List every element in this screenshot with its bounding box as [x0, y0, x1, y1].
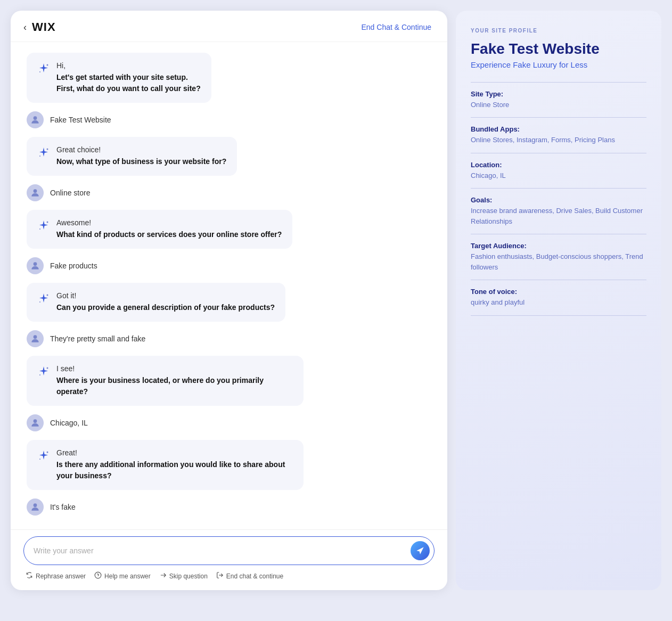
profile-section-label: YOUR SITE PROFILE — [471, 28, 646, 34]
user-text: Chicago, IL — [50, 419, 88, 427]
ai-message-content: Got it! Can you provide a general descri… — [56, 291, 275, 313]
profile-field-divider-1 — [471, 153, 646, 153]
ai-greeting: I see! — [56, 364, 293, 373]
user-avatar — [27, 184, 44, 201]
svg-point-7 — [39, 228, 40, 230]
user-text: Fake products — [50, 262, 97, 270]
end-chat-link[interactable]: End Chat & Continue — [361, 23, 431, 31]
profile-field-value-3: Increase brand awareness, Drive Sales, B… — [471, 206, 646, 226]
user-text: Online store — [50, 189, 90, 197]
ai-text: Let's get started with your site setup.F… — [56, 72, 201, 94]
user-avatar — [27, 111, 44, 128]
svg-point-6 — [47, 222, 48, 223]
rephrase-action-button[interactable]: Rephrase answer — [23, 570, 88, 582]
ai-greeting: Awesome! — [56, 218, 282, 227]
profile-divider — [471, 82, 646, 83]
wix-logo: WIX — [32, 20, 56, 34]
action-label: Rephrase answer — [36, 573, 86, 580]
svg-point-11 — [34, 335, 37, 339]
svg-point-4 — [39, 156, 40, 157]
profile-field-divider-4 — [471, 280, 646, 280]
profile-field-3: Goals: Increase brand awareness, Drive S… — [471, 196, 646, 234]
user-text: It's fake — [50, 503, 76, 511]
ai-message: Great! Is there any additional informati… — [27, 440, 304, 490]
input-wrapper — [23, 536, 435, 565]
profile-tagline: Experience Fake Luxury for Less — [471, 60, 646, 69]
svg-point-13 — [39, 374, 40, 375]
chat-header-left: ‹ WIX — [23, 20, 56, 34]
svg-point-17 — [34, 503, 37, 507]
svg-point-9 — [47, 295, 48, 296]
send-button[interactable] — [411, 541, 430, 560]
ai-sparkle-icon — [37, 365, 50, 378]
profile-field-2: Location: Chicago, IL — [471, 161, 646, 189]
profile-field-label-3: Goals: — [471, 196, 646, 204]
action-label: Skip question — [169, 573, 208, 580]
profile-field-label-5: Tone of voice: — [471, 288, 646, 296]
profile-field-divider-2 — [471, 188, 646, 189]
ai-text: Can you provide a general description of… — [56, 302, 275, 313]
user-message: Fake Test Website — [27, 108, 111, 132]
svg-point-5 — [34, 189, 37, 193]
user-avatar — [27, 499, 44, 516]
svg-point-14 — [34, 419, 37, 423]
chat-messages: Hi, Let's get started with your site set… — [11, 42, 447, 529]
rephrase-icon — [26, 571, 33, 581]
user-message: Chicago, IL — [27, 411, 88, 435]
profile-field-value-2: Chicago, IL — [471, 170, 646, 181]
svg-point-1 — [39, 71, 40, 72]
user-avatar — [27, 414, 44, 431]
ai-message-content: Great! Is there any additional informati… — [56, 448, 293, 481]
profile-field-label-4: Target Audience: — [471, 242, 646, 250]
skip-icon — [159, 571, 167, 581]
ai-greeting: Great choice! — [56, 145, 226, 154]
profile-field-divider-5 — [471, 315, 646, 316]
profile-fields: Site Type: Online Store Bundled Apps: On… — [471, 90, 646, 316]
ai-sparkle-icon — [37, 219, 50, 232]
ai-sparkle-icon — [37, 146, 50, 159]
ai-message: Hi, Let's get started with your site set… — [27, 53, 211, 103]
user-message: They're pretty small and fake — [27, 327, 145, 350]
svg-point-2 — [34, 116, 37, 120]
chat-input[interactable] — [34, 546, 406, 555]
svg-point-3 — [47, 149, 48, 150]
ai-greeting: Great! — [56, 448, 293, 457]
chat-actions: Rephrase answerHelp me answerSkip questi… — [23, 570, 435, 582]
profile-field-label-1: Bundled Apps: — [471, 125, 646, 133]
user-message: Online store — [27, 181, 90, 205]
svg-point-8 — [34, 262, 37, 266]
profile-field-4: Target Audience: Fashion enthusiasts, Bu… — [471, 242, 646, 280]
chat-input-area: Rephrase answerHelp me answerSkip questi… — [11, 529, 447, 590]
profile-panel: YOUR SITE PROFILE Fake Test Website Expe… — [456, 11, 661, 590]
profile-field-5: Tone of voice: quirky and playful — [471, 288, 646, 316]
ai-text: Where is your business located, or where… — [56, 375, 293, 397]
user-message: Fake products — [27, 254, 97, 277]
profile-field-0: Site Type: Online Store — [471, 90, 646, 118]
profile-field-divider-3 — [471, 234, 646, 234]
chat-header: ‹ WIX End Chat & Continue — [11, 11, 447, 42]
action-label: End chat & continue — [226, 573, 283, 580]
ai-message: Awesome! What kind of products or servic… — [27, 210, 292, 249]
end-action-button[interactable]: End chat & continue — [214, 570, 285, 582]
end-icon — [216, 571, 224, 581]
help-action-button[interactable]: Help me answer — [92, 570, 153, 582]
ai-greeting: Got it! — [56, 291, 275, 300]
profile-field-label-2: Location: — [471, 161, 646, 169]
ai-message: Got it! Can you provide a general descri… — [27, 283, 285, 322]
back-arrow-icon[interactable]: ‹ — [23, 22, 27, 33]
profile-field-value-4: Fashion enthusiasts, Budget-conscious sh… — [471, 251, 646, 272]
svg-point-0 — [47, 64, 48, 66]
user-message: It's fake — [27, 495, 76, 519]
user-text: Fake Test Website — [50, 116, 111, 124]
outer-wrapper: ‹ WIX End Chat & Continue Hi, Let's get … — [11, 11, 661, 590]
skip-action-button[interactable]: Skip question — [157, 570, 210, 582]
help-icon — [94, 571, 102, 581]
ai-message: Great choice! Now, what type of business… — [27, 137, 237, 176]
svg-point-10 — [39, 301, 40, 303]
user-avatar — [27, 330, 44, 347]
send-icon — [416, 546, 424, 555]
svg-point-16 — [39, 459, 40, 460]
ai-message-content: Awesome! What kind of products or servic… — [56, 218, 282, 240]
ai-message-content: Hi, Let's get started with your site set… — [56, 61, 201, 94]
action-label: Help me answer — [104, 573, 151, 580]
